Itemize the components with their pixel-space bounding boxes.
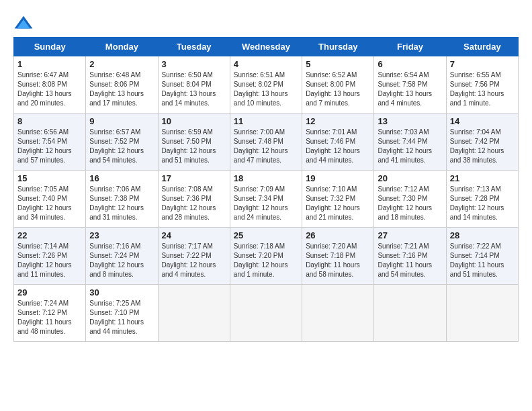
day-number: 13 (378, 116, 442, 126)
calendar-cell: 10Sunrise: 6:59 AMSunset: 7:50 PMDayligh… (158, 113, 230, 171)
day-number: 6 (378, 59, 442, 69)
calendar-cell: 22Sunrise: 7:14 AMSunset: 7:26 PMDayligh… (14, 228, 86, 285)
calendar-cell: 13Sunrise: 7:03 AMSunset: 7:44 PMDayligh… (374, 113, 446, 171)
weekday-header-monday: Monday (86, 38, 158, 56)
calendar-cell: 20Sunrise: 7:12 AMSunset: 7:30 PMDayligh… (374, 171, 446, 228)
day-info: Sunrise: 7:16 AMSunset: 7:24 PMDaylight:… (89, 242, 154, 279)
day-info: Sunrise: 6:48 AMSunset: 8:06 PMDaylight:… (89, 71, 154, 108)
day-info: Sunrise: 7:21 AMSunset: 7:16 PMDaylight:… (378, 242, 442, 279)
calendar-cell: 23Sunrise: 7:16 AMSunset: 7:24 PMDayligh… (86, 228, 158, 285)
calendar-cell: 19Sunrise: 7:10 AMSunset: 7:32 PMDayligh… (302, 171, 374, 228)
calendar-cell: 12Sunrise: 7:01 AMSunset: 7:46 PMDayligh… (302, 113, 374, 171)
calendar-cell: 30Sunrise: 7:25 AMSunset: 7:10 PMDayligh… (86, 285, 158, 342)
day-info: Sunrise: 6:56 AMSunset: 7:54 PMDaylight:… (17, 128, 82, 165)
logo-icon (13, 13, 34, 34)
day-info: Sunrise: 7:20 AMSunset: 7:18 PMDaylight:… (306, 242, 370, 279)
day-info: Sunrise: 7:01 AMSunset: 7:46 PMDaylight:… (306, 128, 370, 165)
calendar-cell: 6Sunrise: 6:54 AMSunset: 7:58 PMDaylight… (374, 56, 446, 113)
calendar-cell: 27Sunrise: 7:21 AMSunset: 7:16 PMDayligh… (374, 228, 446, 285)
day-number: 20 (378, 173, 442, 183)
day-info: Sunrise: 6:57 AMSunset: 7:52 PMDaylight:… (89, 128, 154, 165)
day-info: Sunrise: 6:59 AMSunset: 7:50 PMDaylight:… (162, 128, 226, 165)
calendar-week-row: 29Sunrise: 7:24 AMSunset: 7:12 PMDayligh… (14, 285, 519, 342)
calendar-week-row: 8Sunrise: 6:56 AMSunset: 7:54 PMDaylight… (14, 113, 519, 171)
day-info: Sunrise: 7:00 AMSunset: 7:48 PMDaylight:… (234, 128, 298, 165)
calendar-cell: 7Sunrise: 6:55 AMSunset: 7:56 PMDaylight… (446, 56, 518, 113)
day-info: Sunrise: 6:52 AMSunset: 8:00 PMDaylight:… (306, 71, 370, 108)
day-number: 16 (89, 173, 154, 183)
day-info: Sunrise: 7:06 AMSunset: 7:38 PMDaylight:… (89, 185, 154, 222)
calendar-cell: 26Sunrise: 7:20 AMSunset: 7:18 PMDayligh… (302, 228, 374, 285)
day-number: 23 (89, 230, 154, 240)
weekday-header-sunday: Sunday (14, 38, 86, 56)
day-number: 24 (162, 230, 226, 240)
calendar-cell (446, 285, 518, 342)
calendar-cell: 4Sunrise: 6:51 AMSunset: 8:02 PMDaylight… (230, 56, 302, 113)
calendar-cell (374, 285, 446, 342)
day-number: 28 (450, 230, 515, 240)
day-number: 10 (162, 116, 226, 126)
day-info: Sunrise: 6:51 AMSunset: 8:02 PMDaylight:… (234, 71, 298, 108)
day-number: 2 (89, 59, 154, 69)
day-number: 14 (450, 116, 515, 126)
day-info: Sunrise: 7:09 AMSunset: 7:34 PMDaylight:… (234, 185, 298, 222)
day-number: 18 (234, 173, 298, 183)
calendar-cell: 17Sunrise: 7:08 AMSunset: 7:36 PMDayligh… (158, 171, 230, 228)
calendar-cell: 5Sunrise: 6:52 AMSunset: 8:00 PMDaylight… (302, 56, 374, 113)
day-number: 25 (234, 230, 298, 240)
day-info: Sunrise: 7:10 AMSunset: 7:32 PMDaylight:… (306, 185, 370, 222)
weekday-header-friday: Friday (374, 38, 446, 56)
calendar-cell (302, 285, 374, 342)
day-number: 1 (17, 59, 82, 69)
day-info: Sunrise: 6:54 AMSunset: 7:58 PMDaylight:… (378, 71, 442, 108)
calendar-cell: 16Sunrise: 7:06 AMSunset: 7:38 PMDayligh… (86, 171, 158, 228)
weekday-header-saturday: Saturday (446, 38, 518, 56)
calendar-cell: 21Sunrise: 7:13 AMSunset: 7:28 PMDayligh… (446, 171, 518, 228)
calendar-cell: 28Sunrise: 7:22 AMSunset: 7:14 PMDayligh… (446, 228, 518, 285)
calendar-cell: 11Sunrise: 7:00 AMSunset: 7:48 PMDayligh… (230, 113, 302, 171)
day-info: Sunrise: 7:05 AMSunset: 7:40 PMDaylight:… (17, 185, 82, 222)
page-header (7, 7, 525, 37)
day-number: 17 (162, 173, 226, 183)
day-info: Sunrise: 7:25 AMSunset: 7:10 PMDaylight:… (89, 299, 154, 336)
day-number: 19 (306, 173, 370, 183)
day-number: 21 (450, 173, 515, 183)
day-number: 30 (89, 287, 154, 298)
day-info: Sunrise: 7:03 AMSunset: 7:44 PMDaylight:… (378, 128, 442, 165)
calendar-cell: 25Sunrise: 7:18 AMSunset: 7:20 PMDayligh… (230, 228, 302, 285)
calendar-table: SundayMondayTuesdayWednesdayThursdayFrid… (13, 37, 519, 342)
day-info: Sunrise: 7:18 AMSunset: 7:20 PMDaylight:… (234, 242, 298, 279)
day-number: 8 (17, 116, 82, 126)
day-info: Sunrise: 7:04 AMSunset: 7:42 PMDaylight:… (450, 128, 515, 165)
day-number: 26 (306, 230, 370, 240)
day-number: 11 (234, 116, 298, 126)
day-info: Sunrise: 7:24 AMSunset: 7:12 PMDaylight:… (17, 299, 82, 336)
weekday-header-row: SundayMondayTuesdayWednesdayThursdayFrid… (14, 38, 519, 56)
day-number: 4 (234, 59, 298, 69)
day-info: Sunrise: 7:13 AMSunset: 7:28 PMDaylight:… (450, 185, 515, 222)
day-number: 27 (378, 230, 442, 240)
calendar-cell: 29Sunrise: 7:24 AMSunset: 7:12 PMDayligh… (14, 285, 86, 342)
day-number: 12 (306, 116, 370, 126)
calendar-cell (158, 285, 230, 342)
day-info: Sunrise: 6:55 AMSunset: 7:56 PMDaylight:… (450, 71, 515, 108)
day-number: 3 (162, 59, 226, 69)
day-number: 5 (306, 59, 370, 69)
calendar-week-row: 15Sunrise: 7:05 AMSunset: 7:40 PMDayligh… (14, 171, 519, 228)
weekday-header-thursday: Thursday (302, 38, 374, 56)
day-info: Sunrise: 7:14 AMSunset: 7:26 PMDaylight:… (17, 242, 82, 279)
day-info: Sunrise: 7:22 AMSunset: 7:14 PMDaylight:… (450, 242, 515, 279)
day-info: Sunrise: 7:08 AMSunset: 7:36 PMDaylight:… (162, 185, 226, 222)
logo (13, 13, 36, 34)
day-number: 15 (17, 173, 82, 183)
day-info: Sunrise: 6:50 AMSunset: 8:04 PMDaylight:… (162, 71, 226, 108)
calendar-cell: 14Sunrise: 7:04 AMSunset: 7:42 PMDayligh… (446, 113, 518, 171)
weekday-header-wednesday: Wednesday (230, 38, 302, 56)
calendar-cell: 1Sunrise: 6:47 AMSunset: 8:08 PMDaylight… (14, 56, 86, 113)
calendar-cell: 18Sunrise: 7:09 AMSunset: 7:34 PMDayligh… (230, 171, 302, 228)
calendar-cell: 3Sunrise: 6:50 AMSunset: 8:04 PMDaylight… (158, 56, 230, 113)
day-info: Sunrise: 7:17 AMSunset: 7:22 PMDaylight:… (162, 242, 226, 279)
day-number: 22 (17, 230, 82, 240)
calendar-cell: 9Sunrise: 6:57 AMSunset: 7:52 PMDaylight… (86, 113, 158, 171)
day-info: Sunrise: 7:12 AMSunset: 7:30 PMDaylight:… (378, 185, 442, 222)
